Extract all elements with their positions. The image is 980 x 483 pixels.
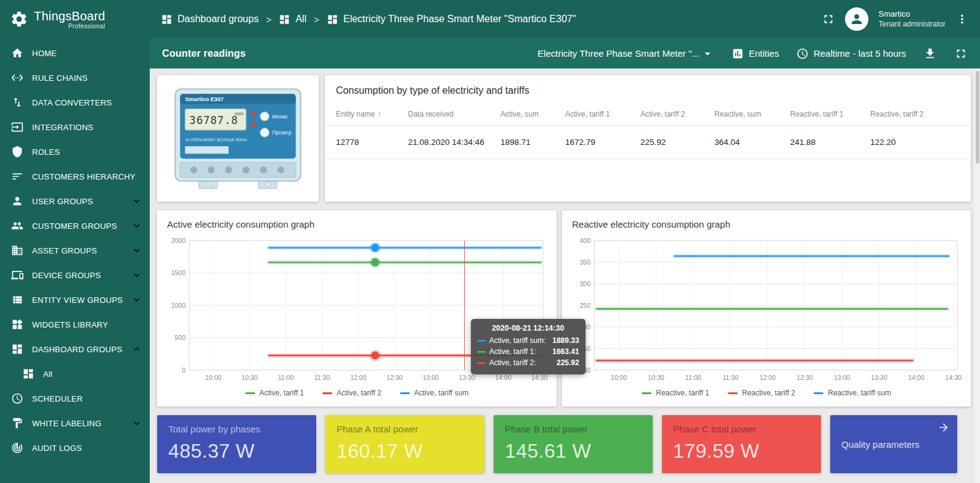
chevron-down-icon <box>131 245 142 256</box>
meter-unit: kWh <box>235 111 243 115</box>
svg-text:13:30: 13:30 <box>459 374 475 381</box>
sidebar-item-white-labeling[interactable]: WHITE LABELING <box>0 411 150 436</box>
sidebar-item-device-groups[interactable]: DEVICE GROUPS <box>0 263 150 287</box>
svg-text:12:00: 12:00 <box>350 374 366 381</box>
avatar[interactable] <box>845 7 868 31</box>
stat-card-label: Quality parameters <box>841 439 920 450</box>
sort-asc-icon: ↑ <box>377 110 381 118</box>
download-button[interactable] <box>923 47 937 60</box>
entities-icon <box>732 47 744 60</box>
user-groups-icon <box>11 195 23 207</box>
column-header-reactive-sum[interactable]: Reactive, sum <box>714 110 790 118</box>
toolbar-fullscreen-button[interactable] <box>954 47 968 60</box>
sidebar-item-user-groups[interactable]: USER GROUPS <box>0 189 150 213</box>
column-header-label: Active, sum <box>500 110 539 118</box>
scrollbar-thumb[interactable] <box>976 71 979 163</box>
sidebar-item-scheduler[interactable]: SCHEDULER <box>0 386 150 411</box>
user-info[interactable]: Smartico Tenant administrator <box>878 9 945 28</box>
dashboard-content: Smartico E307 36787.8 kWh Меню Прсмтр 3×… <box>150 68 980 483</box>
sidebar-item-roles[interactable]: ROLES <box>0 139 150 164</box>
svg-text:14:30: 14:30 <box>945 374 962 381</box>
sidebar-item-label: ENTITY VIEW GROUPS <box>32 295 123 305</box>
breadcrumb-item-all[interactable]: All <box>279 14 306 25</box>
table-title: Consumption by type of electricity and t… <box>325 75 971 102</box>
table-row[interactable]: 1277821.08.2020 14:34:461898.711672.7922… <box>325 126 971 159</box>
dashboard-groups-icon <box>279 14 290 25</box>
legend-item-active-tariff-1[interactable]: Active, tariff 1 <box>245 389 304 397</box>
tooltip-series-value: 225.92 <box>557 358 579 367</box>
chevron-up-icon <box>131 344 142 355</box>
table-cell: 21.08.2020 14:34:46 <box>408 138 500 147</box>
sidebar-item-home[interactable]: HOME <box>0 41 150 65</box>
stat-cards-row: Total power by phases485.37 WPhase A tot… <box>157 415 957 473</box>
legend-item-active-tariff-2[interactable]: Active, tariff 2 <box>322 389 381 397</box>
more-menu-button[interactable] <box>955 12 969 26</box>
column-header-label: Entity name <box>336 110 375 118</box>
column-header-data-received[interactable]: Data received <box>408 110 500 118</box>
timewindow-label: Realtime - last 5 hours <box>814 48 906 59</box>
svg-text:11:30: 11:30 <box>314 374 330 381</box>
timewindow-button[interactable]: Realtime - last 5 hours <box>796 47 906 60</box>
sidebar-item-label: HOME <box>32 49 57 58</box>
sidebar-item-asset-groups[interactable]: ASSET GROUPS <box>0 238 150 263</box>
sidebar-item-widgets-library[interactable]: WIDGETS LIBRARY <box>0 312 150 337</box>
tooltip-series-mark <box>477 351 486 353</box>
device-groups-icon <box>11 269 23 281</box>
data-converters-icon <box>11 96 23 109</box>
sidebar-item-label: CUSTOMERS HIERARCHY <box>32 172 136 181</box>
column-header-reactive-tariff-1[interactable]: Reactive, tariff 1 <box>790 110 870 118</box>
sidebar: ThingsBoard Professional HOMERULE CHAINS… <box>0 0 150 483</box>
table-cell: 364.04 <box>714 138 790 147</box>
column-header-active-tariff-2[interactable]: Active, tariff 2 <box>640 110 714 118</box>
entities-button[interactable]: Entities <box>732 47 779 60</box>
scrollbar[interactable] <box>974 68 980 483</box>
sidebar-menu: HOMERULE CHAINSDATA CONVERTERSINTEGRATIO… <box>0 41 150 460</box>
chevron-down-icon <box>131 270 142 281</box>
tooltip-series-label: Active, tariff 2: <box>489 358 553 367</box>
breadcrumb-item-dashboard-groups[interactable]: Dashboard groups <box>161 14 259 25</box>
sidebar-item-dashboard-groups[interactable]: DASHBOARD GROUPS <box>0 337 150 361</box>
sidebar-item-customer-groups[interactable]: CUSTOMER GROUPS <box>0 213 150 238</box>
legend-mark <box>728 392 738 394</box>
stat-card-quality-parameters[interactable]: Quality parameters <box>830 415 957 473</box>
column-header-reactive-tariff-2[interactable]: Reactive, tariff 2 <box>870 110 960 118</box>
legend-mark <box>400 392 410 394</box>
entity-view-groups-icon <box>11 294 23 306</box>
sidebar-item-integrations[interactable]: INTEGRATIONS <box>0 115 150 139</box>
column-header-active-sum[interactable]: Active, sum <box>500 110 565 118</box>
chevron-down-icon <box>131 418 142 429</box>
legend-label: Reactive, tariff 1 <box>656 389 709 397</box>
legend-item-active-tariff-sum[interactable]: Active, tariff sum <box>400 389 468 397</box>
sidebar-item-all[interactable]: All <box>0 361 150 386</box>
sidebar-item-customers-hierarchy[interactable]: CUSTOMERS HIERARCHY <box>0 164 150 189</box>
arrow-forward-icon[interactable] <box>937 421 950 434</box>
user-role: Tenant administrator <box>878 20 945 29</box>
svg-text:0: 0 <box>182 366 186 374</box>
entity-select[interactable]: Electricity Three Phase Smart Meter "... <box>537 47 714 60</box>
meter-model-label: Smartico E307 <box>185 96 223 102</box>
table-header-row: Entity name↑Data receivedActive, sumActi… <box>325 102 971 126</box>
brand-edition: Professional <box>68 23 105 30</box>
fullscreen-toggle-button[interactable] <box>822 12 835 26</box>
sidebar-item-data-converters[interactable]: DATA CONVERTERS <box>0 90 150 115</box>
header-actions: Smartico Tenant administrator <box>822 7 969 31</box>
sidebar-item-rule-chains[interactable]: RULE CHAINS <box>0 65 150 90</box>
dashboard-groups-icon <box>161 14 173 25</box>
tooltip-series-mark <box>477 362 486 364</box>
sidebar-item-audit-logs[interactable]: AUDIT LOGS <box>0 436 150 460</box>
legend-item-reactive-tariff-sum[interactable]: Reactive, tariff sum <box>814 389 891 397</box>
chevron-down-icon <box>131 220 142 231</box>
reactive-consumption-chart[interactable]: 10015020025030035040010:0010:3011:0011:3… <box>570 234 963 384</box>
table-cell: 1898.71 <box>500 138 565 147</box>
thingsboard-logo[interactable]: ThingsBoard Professional <box>0 0 150 38</box>
legend-item-reactive-tariff-1[interactable]: Reactive, tariff 1 <box>642 389 709 397</box>
sidebar-item-label: SCHEDULER <box>32 394 83 403</box>
legend-item-reactive-tariff-2[interactable]: Reactive, tariff 2 <box>728 389 795 397</box>
column-header-active-tariff-1[interactable]: Active, tariff 1 <box>565 110 640 118</box>
column-header-entity-name[interactable]: Entity name↑ <box>336 110 408 118</box>
sidebar-item-label: WHITE LABELING <box>32 419 102 428</box>
column-header-label: Reactive, tariff 2 <box>870 110 923 118</box>
consumption-table-card: Consumption by type of electricity and t… <box>325 75 971 202</box>
tooltip-row: Active, tariff sum:1889.33 <box>477 336 579 345</box>
sidebar-item-entity-view-groups[interactable]: ENTITY VIEW GROUPS <box>0 287 150 312</box>
